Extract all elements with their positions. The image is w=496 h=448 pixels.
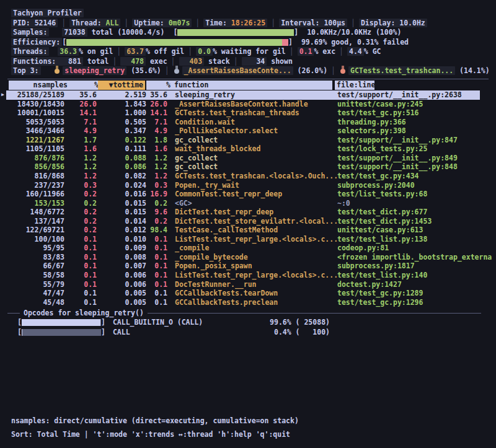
top3-label: Top 3:: [11, 66, 41, 75]
cell-fl: threading.py:366: [337, 118, 492, 127]
opcodes-section-header: Opcodes for sleeping_retry(): [7, 309, 481, 317]
cell-fl: unittest/case.py:245: [337, 100, 492, 109]
column-header-file_line[interactable]: file:line: [335, 81, 374, 90]
cell-p1: 1.6: [67, 144, 97, 154]
efficiency-bar-failed: [282, 39, 288, 46]
efficiency-bar-good: [66, 39, 282, 46]
table-row[interactable]: 83/830.10.0080.1_compile_bytecode<frozen…: [0, 253, 496, 262]
cell-p2: 9.6: [148, 208, 167, 217]
threads-value: 0.1: [298, 47, 314, 56]
column-header-pct_cum[interactable]: %: [146, 81, 172, 90]
cell-fl: <frozen importlib._bootstrap_externa: [337, 253, 492, 262]
cell-fl: subprocess.py:1817: [337, 261, 492, 271]
cell-fn: GCTests.test_trashcan.<locals>.Ouch...: [175, 172, 335, 181]
cell-fl: test/support/__init__.py:849: [337, 154, 492, 163]
cell-tt: 0.122: [98, 136, 146, 145]
table-row[interactable]: 137/1470.20.0140.2DictTest.test_store_ev…: [0, 217, 496, 226]
table-row[interactable]: 1105/11051.60.1111.6wait_threads_blocked…: [0, 144, 496, 154]
status-field-time: Time: 18:26:25: [203, 19, 267, 27]
threads-value: 0.0: [196, 47, 213, 56]
cell-p1: 1.2: [67, 154, 97, 163]
top3-function-name[interactable]: GCTests.test_trashcan...: [348, 66, 455, 75]
status-separator: │: [267, 19, 279, 27]
cell-tt: 0.008: [98, 253, 146, 262]
cell-fn: <GC>: [175, 199, 335, 208]
table-header: nsamples%▼tottime%functionfile:line: [0, 81, 496, 90]
table-row[interactable]: 18430/1843026.01.84326.0_AssertRaisesBas…: [0, 100, 496, 109]
cell-fl: test/test_gc.py:1289: [337, 289, 492, 298]
column-header-tottime[interactable]: ▼tottime: [98, 81, 145, 90]
cell-fn: DocTestRunner.__run: [175, 280, 335, 289]
table-row[interactable]: ▶25188/2518935.62.51935.6sleeping_retryt…: [0, 90, 496, 100]
opcode-bar-row: []CALL_BUILTIN_O (CALL)99.6% ( 25088): [17, 318, 482, 327]
top3-function-name[interactable]: _AssertRaisesBaseConte...: [182, 66, 293, 75]
cell-tt: 0.086: [98, 162, 146, 172]
table-row[interactable]: 816/8681.20.0821.2GCTests.test_trashcan.…: [0, 172, 496, 181]
cell-ns: 160/11966: [7, 190, 64, 199]
opcode-pct: 0.4% ( 100): [254, 328, 330, 336]
table-row[interactable]: 856/8561.20.0861.2gc_collecttest/support…: [0, 162, 496, 172]
samples-count: 71038: [62, 28, 87, 37]
table-row[interactable]: 95/950.10.0090.1_compilecodeop.py:81: [0, 244, 496, 253]
table-row[interactable]: 47/470.10.0050.1GCCallbackTests.tearDown…: [0, 289, 496, 298]
table-row[interactable]: 160/119660.20.01616.9CommonTest.test_rep…: [0, 190, 496, 199]
threads-separator: │: [335, 47, 347, 56]
table-row[interactable]: 10001/1001514.11.00014.1GCTests.test_tra…: [0, 108, 496, 118]
cell-tt: 0.009: [98, 244, 146, 253]
table-row[interactable]: 45/480.10.0050.1GCCallbackTests.preclean…: [0, 298, 496, 307]
cell-p1: 0.2: [67, 217, 97, 226]
cell-p2: 0.1: [148, 261, 167, 271]
functions-value: 34: [242, 57, 267, 66]
table-row[interactable]: 148/67720.20.0159.6DictTest.test_repr_de…: [0, 208, 496, 217]
cell-tt: 0.015: [98, 199, 146, 208]
cell-p2: 0.1: [148, 298, 167, 307]
table-row[interactable]: 876/8761.20.0881.2gc_collecttest/support…: [0, 154, 496, 163]
threads-separator: │: [286, 47, 298, 56]
functions-value: 478: [120, 57, 146, 66]
cell-p2: 0.1: [148, 289, 167, 298]
table-row[interactable]: 237/2370.30.0240.3Popen._try_waitsubproc…: [0, 181, 496, 190]
cell-p2: 1.2: [148, 162, 167, 172]
cell-tt: 0.010: [98, 235, 146, 244]
cell-p1: 1.2: [67, 172, 97, 181]
status-field-thread: Thread: ALL: [69, 19, 120, 27]
top3-function-name[interactable]: sleeping_retry: [63, 66, 126, 75]
table-row[interactable]: 1221/12671.70.1221.8gc_collecttest/suppo…: [0, 136, 496, 145]
column-header-pct_direct[interactable]: %: [69, 81, 100, 90]
cell-ns: 25188/25189: [7, 90, 64, 100]
cell-tt: 0.012: [98, 226, 146, 235]
table-row[interactable]: 100/1000.10.0100.1ListTest.test_repr_lar…: [0, 235, 496, 244]
table-row[interactable]: 5053/50537.10.5057.1Condition.waitthread…: [0, 118, 496, 127]
cell-fl: test/support/__init__.py:848: [337, 162, 492, 172]
column-header-function[interactable]: function: [172, 81, 332, 90]
cell-fn: Popen._posix_spawn: [175, 261, 335, 271]
table-row[interactable]: 3466/34664.90.3474.9_PollLikeSelector.se…: [0, 126, 496, 136]
cell-p2: 4.9: [148, 126, 167, 136]
table-row[interactable]: 66/670.10.0070.1Popen._posix_spawnsubpro…: [0, 261, 496, 271]
footer-keybindings: Sort: Total Time | 't':mode 'x':trends ↔…: [11, 430, 290, 439]
functions-separator: │: [167, 57, 179, 66]
header-divider: [7, 79, 489, 79]
table-row[interactable]: 122/697210.20.01298.4TestCase._callTestM…: [0, 226, 496, 235]
table-row[interactable]: 58/580.10.0060.1ListTest.test_repr_large…: [0, 271, 496, 280]
table-row[interactable]: 55/790.10.0060.1DocTestRunner.__rundocte…: [0, 280, 496, 289]
cell-p1: 0.2: [67, 199, 97, 208]
top3-separator: │: [161, 66, 173, 75]
cell-ns: 18430/18430: [7, 100, 64, 109]
threads-value: 63.7: [125, 47, 146, 56]
cell-p2: 1.8: [148, 136, 167, 145]
cell-p1: 1.2: [67, 162, 97, 172]
cell-ns: 83/83: [7, 253, 64, 262]
threads-separator: │: [184, 47, 196, 56]
cell-p2: 0.1: [148, 271, 167, 280]
cell-fn: gc_collect: [175, 162, 335, 172]
functions-row: Functions: 881 total│ 478 exec│ 403 stac…: [11, 57, 293, 66]
opcode-name: CALL_BUILTIN_O (CALL): [113, 318, 203, 327]
functions-separator: │: [108, 57, 120, 66]
cell-tt: 0.006: [98, 280, 146, 289]
cell-ns: 816/868: [7, 172, 64, 181]
status-field-uptime: Uptime: 0m07s: [132, 19, 192, 27]
top3-row: Top 3: sleeping_retry (35.6%)│_AssertRai…: [11, 66, 490, 75]
table-row[interactable]: 153/1530.20.0150.2<GC>~:0: [0, 199, 496, 208]
column-header-nsamples[interactable]: nsamples: [9, 81, 69, 90]
